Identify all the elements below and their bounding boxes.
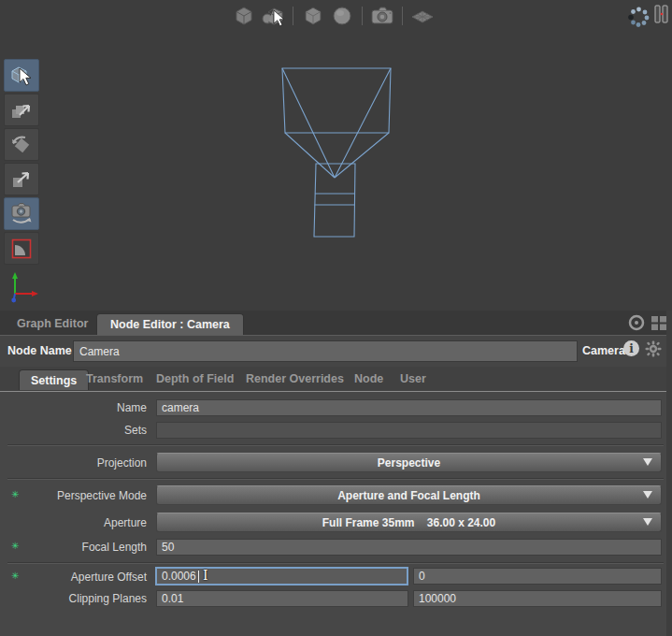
layout-grid-icon[interactable] bbox=[650, 313, 668, 336]
sets-input[interactable] bbox=[156, 422, 662, 439]
editor-tabbar: Graph Editor Node Editor : Camera bbox=[0, 311, 672, 335]
aperture-offset-y-input[interactable] bbox=[413, 568, 662, 585]
tab-render-overrides[interactable]: Render Overrides bbox=[246, 372, 344, 385]
aperture-label: Aperture bbox=[0, 516, 147, 529]
axis-gizmo-icon bbox=[6, 267, 49, 307]
chevron-down-icon bbox=[643, 491, 652, 499]
clipping-far-input[interactable] bbox=[413, 590, 662, 607]
node-name-label: Node Name bbox=[7, 344, 72, 357]
sphere-icon[interactable] bbox=[330, 4, 354, 28]
aperture-dropdown[interactable]: Full Frame 35mm 36.00 x 24.00 bbox=[156, 513, 662, 532]
attribute-tabbar: Settings Transform Depth of Field Render… bbox=[0, 367, 672, 392]
tool-palette bbox=[4, 59, 39, 265]
clipping-planes-label: Clipping Planes bbox=[0, 592, 147, 605]
text-caret bbox=[198, 571, 199, 583]
chevron-down-icon bbox=[643, 518, 652, 526]
scale-tool-button[interactable] bbox=[4, 163, 39, 195]
tab-user[interactable]: User bbox=[400, 372, 426, 385]
attribute-rows: Name Sets Projection Perspective ✳ bbox=[0, 392, 672, 636]
svg-text:i: i bbox=[629, 342, 634, 355]
toolbar-separator bbox=[293, 7, 293, 25]
node-type-label: Camera bbox=[582, 344, 625, 357]
chevron-down-icon bbox=[643, 458, 652, 466]
perspective-mode-label: Perspective Mode bbox=[0, 489, 147, 502]
field-row-clipping-planes: Clipping Planes bbox=[0, 589, 672, 608]
name-label: Name bbox=[0, 401, 147, 414]
target-icon[interactable] bbox=[627, 313, 646, 336]
divider bbox=[7, 562, 664, 564]
gear-icon[interactable] bbox=[645, 340, 662, 361]
field-row-projection: Projection Perspective bbox=[0, 452, 672, 473]
camera-icon[interactable] bbox=[370, 4, 394, 28]
aperture-value: Full Frame 35mm 36.00 x 24.00 bbox=[322, 516, 495, 529]
perspective-mode-value: Aperture and Focal Length bbox=[337, 489, 480, 502]
mouse-cursor-icon bbox=[19, 67, 33, 86]
tab-settings[interactable]: Settings bbox=[19, 369, 89, 390]
sets-label: Sets bbox=[0, 424, 147, 437]
field-row-aperture: Aperture Full Frame 35mm 36.00 x 24.00 bbox=[0, 512, 672, 533]
ground-plane-icon[interactable] bbox=[410, 4, 435, 28]
wire-cube-icon[interactable] bbox=[232, 4, 256, 28]
rotate-tool-button[interactable] bbox=[4, 128, 39, 161]
toolbar-separator bbox=[362, 7, 363, 25]
tab-graph-editor[interactable]: Graph Editor bbox=[17, 317, 88, 330]
info-icon[interactable]: i bbox=[622, 340, 640, 361]
projection-value: Perspective bbox=[378, 456, 440, 470]
field-row-name: Name bbox=[0, 398, 672, 417]
divider bbox=[7, 478, 664, 480]
render-region-tool-button[interactable] bbox=[4, 232, 39, 265]
tab-node[interactable]: Node bbox=[354, 372, 383, 385]
ibeam-cursor-icon: I bbox=[203, 568, 208, 583]
tab-depth-of-field[interactable]: Depth of Field bbox=[156, 372, 234, 385]
pause-button[interactable] bbox=[654, 5, 669, 23]
field-row-aperture-offset: ✳ Aperture Offset I bbox=[0, 567, 672, 587]
focal-length-label: Focal Length bbox=[0, 541, 147, 554]
projection-dropdown[interactable]: Perspective bbox=[156, 453, 662, 472]
field-row-focal-length: ✳ Focal Length bbox=[0, 538, 672, 556]
solid-cube-icon[interactable] bbox=[301, 4, 325, 28]
toolbar-separator bbox=[402, 7, 403, 25]
tab-transform[interactable]: Transform bbox=[86, 372, 143, 385]
cube-and-sphere-icon[interactable] bbox=[261, 4, 285, 28]
aperture-offset-x-input[interactable] bbox=[155, 567, 408, 585]
projection-label: Projection bbox=[0, 456, 147, 470]
field-row-sets: Sets bbox=[0, 421, 672, 440]
tab-node-editor[interactable]: Node Editor : Camera bbox=[96, 313, 244, 335]
node-name-input[interactable] bbox=[73, 340, 578, 362]
aperture-offset-label: Aperture Offset bbox=[0, 571, 147, 584]
application-window: Graph Editor Node Editor : Camera Node N… bbox=[0, 0, 672, 636]
node-header: Node Name Camera i bbox=[0, 335, 672, 367]
clipping-near-input[interactable] bbox=[156, 590, 408, 607]
name-input[interactable] bbox=[156, 399, 662, 416]
panel-right-edge bbox=[666, 311, 672, 636]
camera-frustum-wireframe[interactable] bbox=[276, 61, 399, 244]
focal-length-input[interactable] bbox=[156, 539, 662, 556]
progress-spinner-icon bbox=[624, 2, 652, 34]
divider bbox=[7, 444, 664, 446]
attribute-editor-panel: Graph Editor Node Editor : Camera Node N… bbox=[0, 311, 672, 636]
field-row-perspective-mode: ✳ Perspective Mode Aperture and Focal Le… bbox=[0, 484, 672, 506]
camera-navigation-tool-button[interactable] bbox=[4, 197, 39, 230]
perspective-mode-dropdown[interactable]: Aperture and Focal Length bbox=[156, 485, 662, 505]
mouse-cursor-icon bbox=[273, 9, 286, 27]
translate-tool-button[interactable] bbox=[4, 94, 39, 126]
select-tool-button[interactable] bbox=[4, 59, 39, 92]
viewport-toolbar bbox=[232, 3, 435, 29]
